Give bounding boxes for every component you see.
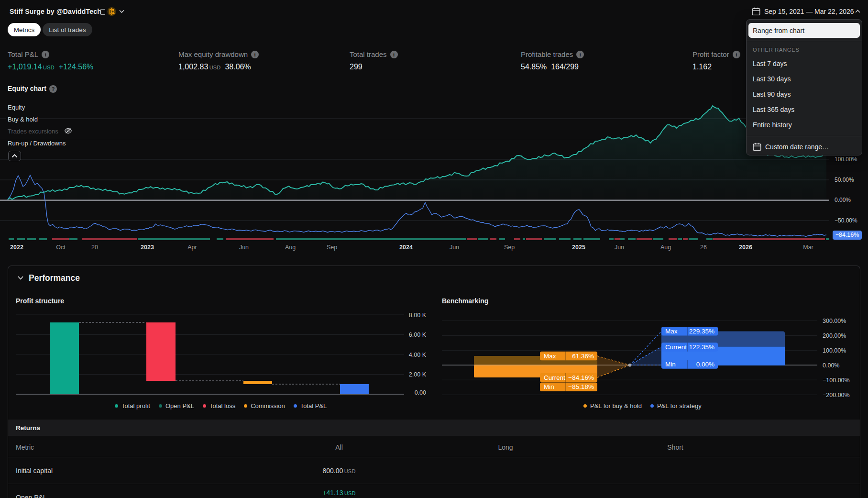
- svg-text:300.00%: 300.00%: [823, 318, 846, 324]
- svg-text:122.35%: 122.35%: [689, 343, 714, 351]
- svg-text:61.36%: 61.36%: [572, 353, 594, 360]
- svg-text:6.00 K: 6.00 K: [409, 332, 427, 338]
- svg-text:8.00 K: 8.00 K: [409, 312, 427, 319]
- svg-text:0.00%: 0.00%: [696, 361, 714, 368]
- svg-text:−85.18%: −85.18%: [568, 383, 594, 390]
- svg-text:−84.16%: −84.16%: [568, 374, 594, 381]
- svg-text:−200.00%: −200.00%: [823, 392, 850, 398]
- svg-text:Max: Max: [544, 353, 556, 360]
- svg-text:−100.00%: −100.00%: [823, 377, 850, 384]
- svg-text:229.35%: 229.35%: [689, 328, 714, 335]
- svg-text:0.00%: 0.00%: [823, 362, 839, 369]
- svg-text:Min: Min: [544, 383, 554, 390]
- svg-text:Max: Max: [665, 328, 678, 335]
- svg-text:Current: Current: [665, 343, 687, 351]
- svg-text:100.00%: 100.00%: [823, 347, 846, 354]
- svg-text:4.00 K: 4.00 K: [409, 352, 427, 358]
- svg-text:Min: Min: [665, 361, 676, 368]
- svg-text:0.00: 0.00: [415, 389, 426, 396]
- svg-text:200.00%: 200.00%: [823, 332, 846, 339]
- svg-text:Current: Current: [544, 374, 565, 381]
- svg-text:2.00 K: 2.00 K: [409, 371, 427, 378]
